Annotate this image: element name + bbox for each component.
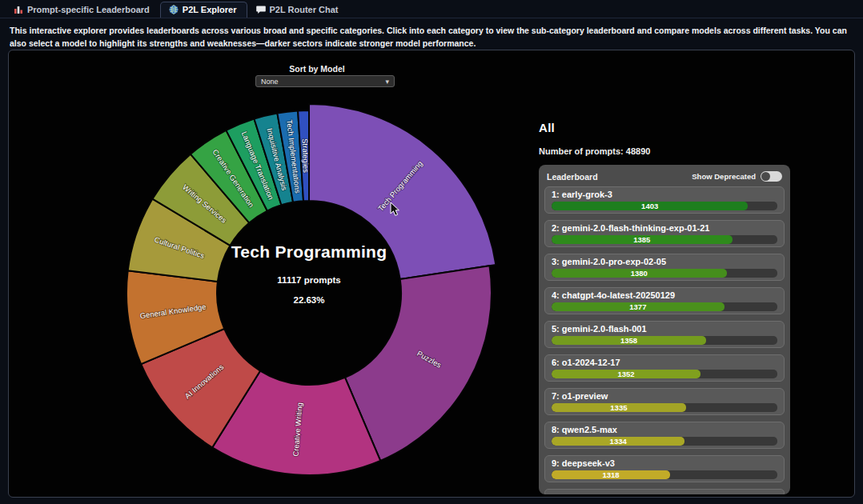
- category-title: All: [539, 121, 790, 134]
- model-label: 8: qwen2.5-max: [552, 425, 777, 434]
- sort-by-model-select[interactable]: None ▾: [255, 75, 395, 87]
- leaderboard-title: Leaderboard: [547, 172, 598, 182]
- score-bar-track: 1380: [552, 269, 777, 278]
- explorer-panel: Sort by Model None ▾ Tech ProgrammingPuz…: [8, 50, 855, 498]
- model-label: 4: chatgpt-4o-latest-20250129: [552, 290, 777, 300]
- tab-label: P2L Router Chat: [270, 5, 339, 14]
- sort-by-model-value: None: [261, 78, 279, 86]
- mouse-cursor: [390, 202, 400, 217]
- model-label: 1: early-grok-3: [552, 190, 777, 199]
- tab-bar: Prompt-specific Leaderboard P2L Explorer…: [0, 0, 863, 18]
- globe-icon: [169, 5, 179, 14]
- model-label: 5: gemini-2.0-flash-001: [552, 324, 777, 334]
- score-bar-fill: 1380: [552, 269, 727, 278]
- score-bar-fill: 1318: [552, 470, 670, 479]
- prompt-count: Number of prompts: 48890: [539, 146, 790, 156]
- score-bar-fill: 1334: [552, 437, 684, 446]
- leaderboard-entry[interactable]: 5: gemini-2.0-flash-0011358: [544, 321, 785, 348]
- tab-p2l-explorer[interactable]: P2L Explorer: [160, 2, 247, 18]
- score-bar-fill: 1335: [552, 403, 686, 412]
- leaderboard-entry[interactable]: 6: o1-2024-12-171352: [544, 354, 785, 382]
- leaderboard-entry[interactable]: 1: early-grok-31403: [544, 186, 785, 214]
- tab-p2l-router-chat[interactable]: P2L Router Chat: [247, 2, 349, 18]
- leaderboard-entry[interactable]: 7: o1-preview1335: [544, 388, 785, 415]
- score-bar-track: 1377: [552, 302, 777, 311]
- chevron-down-icon: ▾: [385, 78, 389, 86]
- model-label: 6: o1-2024-12-17: [552, 358, 777, 367]
- show-deprecated-toggle[interactable]: [761, 171, 782, 182]
- leaderboard-header: Leaderboard Show Deprecated: [544, 170, 785, 186]
- tab-prompt-specific-leaderboard[interactable]: Prompt-specific Leaderboard: [5, 2, 160, 18]
- leaderboard-panel: Leaderboard Show Deprecated 1: early-gro…: [539, 165, 790, 494]
- toggle-knob: [761, 172, 770, 181]
- leaderboard-entry[interactable]: 4: chatgpt-4o-latest-202501291377: [544, 287, 785, 314]
- score-bar-fill: 1385: [552, 235, 733, 244]
- model-label: 9: deepseek-v3: [552, 458, 777, 468]
- model-label: 2: gemini-2.0-flash-thinking-exp-01-21: [552, 223, 777, 233]
- score-bar-track: 1318: [552, 470, 777, 479]
- tab-label: Prompt-specific Leaderboard: [27, 5, 150, 14]
- leaderboard-list[interactable]: 1: early-grok-314032: gemini-2.0-flash-t…: [544, 186, 785, 494]
- donut-segment-label: Strategies: [301, 138, 311, 173]
- donut-segment-tech-programming[interactable]: [309, 104, 496, 279]
- category-donut-chart: Tech ProgrammingPuzzlesCreative WritingA…: [115, 99, 503, 486]
- model-label: 7: o1-preview: [552, 391, 777, 401]
- score-bar-fill: 1358: [552, 336, 706, 345]
- score-bar-track: 1334: [552, 437, 777, 446]
- score-bar-fill: 1352: [552, 370, 700, 378]
- model-label: 3: gemini-2.0-pro-exp-02-05: [552, 257, 777, 266]
- leaderboard-entry[interactable]: 2: gemini-2.0-flash-thinking-exp-01-2113…: [544, 220, 785, 247]
- score-bar-track: 1358: [552, 336, 777, 345]
- show-deprecated-label: Show Deprecated: [692, 172, 756, 181]
- score-bar-track: 1352: [552, 370, 777, 378]
- score-bar-track: 1385: [552, 235, 777, 244]
- leaderboard-entry[interactable]: 8: qwen2.5-max1334: [544, 422, 785, 449]
- score-bar-fill: 1403: [552, 202, 748, 210]
- score-bar-fill: 1377: [552, 302, 725, 311]
- leaderboard-entry[interactable]: 3: gemini-2.0-pro-exp-02-051380: [544, 254, 785, 281]
- score-bar-track: 1403: [552, 202, 777, 210]
- leaderboard-entry-partial[interactable]: [544, 489, 785, 494]
- tab-label: P2L Explorer: [183, 5, 237, 14]
- chat-icon: [256, 5, 266, 14]
- score-bar-track: 1335: [552, 403, 777, 412]
- leaderboard-entry[interactable]: 9: deepseek-v31318: [544, 455, 785, 482]
- sort-by-model-label: Sort by Model: [249, 64, 385, 74]
- bar-chart-icon: [14, 5, 23, 14]
- category-details: All Number of prompts: 48890 Leaderboard…: [539, 121, 790, 494]
